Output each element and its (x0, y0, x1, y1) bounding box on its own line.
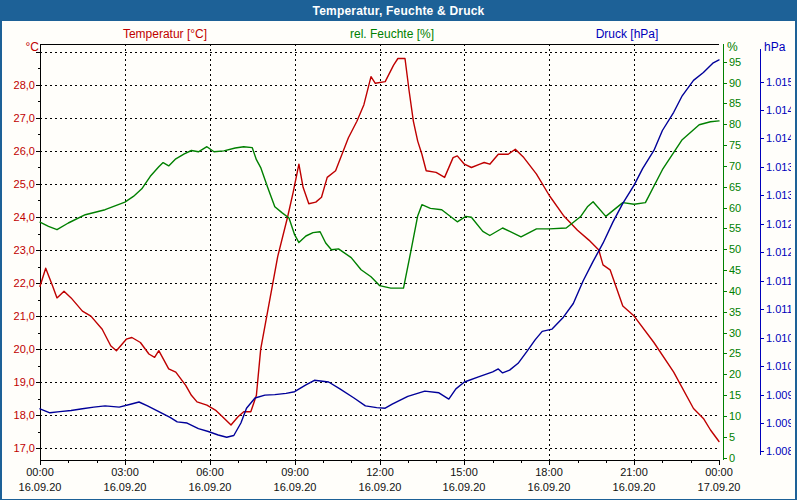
svg-text:90: 90 (729, 77, 741, 89)
svg-text:16.09.20: 16.09.20 (189, 481, 232, 493)
svg-text:85: 85 (729, 97, 741, 109)
svg-text:1.014: 1.014 (766, 104, 791, 116)
time-axis: 00:0016.09.2003:0016.09.2006:0016.09.200… (19, 460, 741, 493)
legend-temperature-label: Temperatur [°C] (123, 27, 207, 41)
svg-text:60: 60 (729, 202, 741, 214)
svg-text:24,0: 24,0 (14, 211, 35, 223)
svg-text:28,0: 28,0 (14, 79, 35, 91)
svg-text:26,0: 26,0 (14, 145, 35, 157)
svg-text:75: 75 (729, 139, 741, 151)
svg-text:16.09.20: 16.09.20 (359, 481, 402, 493)
svg-text:15:00: 15:00 (450, 466, 478, 478)
svg-text:1.008: 1.008 (766, 445, 791, 457)
svg-text:65: 65 (729, 181, 741, 193)
svg-text:95: 95 (729, 56, 741, 68)
svg-text:18,0: 18,0 (14, 409, 35, 421)
plot-border (40, 44, 719, 460)
svg-text:16.09.20: 16.09.20 (19, 481, 62, 493)
svg-text:17.09.20: 17.09.20 (698, 481, 741, 493)
pressure-axis: 1.0151.0141.0141.0131.0131.0121.0121.011… (760, 49, 791, 457)
svg-text:19,0: 19,0 (14, 376, 35, 388)
svg-text:1.013: 1.013 (766, 189, 791, 201)
svg-text:1.012: 1.012 (766, 218, 791, 230)
svg-text:23,0: 23,0 (14, 244, 35, 256)
svg-text:1.012: 1.012 (766, 246, 791, 258)
humidity-axis: 95908580757065605550454035302520151050 (723, 44, 741, 464)
svg-text:00:00: 00:00 (705, 466, 733, 478)
temperature-axis: 28,027,026,025,024,023,022,021,020,019,0… (14, 52, 40, 454)
svg-text:25: 25 (729, 347, 741, 359)
svg-text:1.014: 1.014 (766, 132, 791, 144)
svg-text:00:00: 00:00 (26, 466, 54, 478)
svg-text:45: 45 (729, 264, 741, 276)
svg-text:70: 70 (729, 160, 741, 172)
gridlines (40, 44, 719, 460)
svg-text:16.09.20: 16.09.20 (104, 481, 147, 493)
chart-canvas: Temperatur [°C] rel. Feuchte [%] Druck [… (2, 21, 791, 495)
window-title: Temperatur, Feuchte & Druck (313, 4, 485, 18)
svg-text:1.009: 1.009 (766, 417, 791, 429)
svg-text:21:00: 21:00 (620, 466, 648, 478)
humidity-axis-unit: % (727, 40, 738, 54)
app-window: Temperatur, Feuchte & Druck Temperatur [… (0, 0, 797, 500)
svg-text:10: 10 (729, 410, 741, 422)
svg-text:22,0: 22,0 (14, 277, 35, 289)
svg-text:50: 50 (729, 243, 741, 255)
svg-text:55: 55 (729, 222, 741, 234)
svg-text:20,0: 20,0 (14, 343, 35, 355)
svg-text:16.09.20: 16.09.20 (274, 481, 317, 493)
svg-text:0: 0 (729, 452, 735, 464)
svg-text:27,0: 27,0 (14, 112, 35, 124)
svg-text:40: 40 (729, 285, 741, 297)
svg-text:15: 15 (729, 389, 741, 401)
svg-text:16.09.20: 16.09.20 (613, 481, 656, 493)
pressure-axis-unit: hPa (764, 40, 786, 54)
svg-text:03:00: 03:00 (111, 466, 139, 478)
legend-pressure-label: Druck [hPa] (596, 27, 659, 41)
svg-text:5: 5 (729, 431, 735, 443)
svg-text:17,0: 17,0 (14, 442, 35, 454)
svg-text:35: 35 (729, 306, 741, 318)
window-title-bar[interactable]: Temperatur, Feuchte & Druck (2, 2, 795, 21)
legend-humidity-label: rel. Feuchte [%] (350, 27, 434, 41)
svg-text:80: 80 (729, 118, 741, 130)
svg-text:09:00: 09:00 (281, 466, 309, 478)
svg-text:12:00: 12:00 (366, 466, 394, 478)
svg-text:1.013: 1.013 (766, 161, 791, 173)
svg-text:1.010: 1.010 (766, 360, 791, 372)
svg-text:06:00: 06:00 (196, 466, 224, 478)
svg-text:18:00: 18:00 (535, 466, 563, 478)
svg-text:1.015: 1.015 (766, 76, 791, 88)
svg-text:16.09.20: 16.09.20 (528, 481, 571, 493)
svg-text:30: 30 (729, 327, 741, 339)
svg-text:1.011: 1.011 (766, 275, 791, 287)
svg-text:25,0: 25,0 (14, 178, 35, 190)
svg-text:21,0: 21,0 (14, 310, 35, 322)
svg-text:16.09.20: 16.09.20 (443, 481, 486, 493)
svg-text:1.011: 1.011 (766, 303, 791, 315)
svg-text:1.009: 1.009 (766, 389, 791, 401)
svg-text:1.010: 1.010 (766, 332, 791, 344)
svg-text:20: 20 (729, 368, 741, 380)
plot-area: 28,027,026,025,024,023,022,021,020,019,0… (14, 44, 791, 493)
